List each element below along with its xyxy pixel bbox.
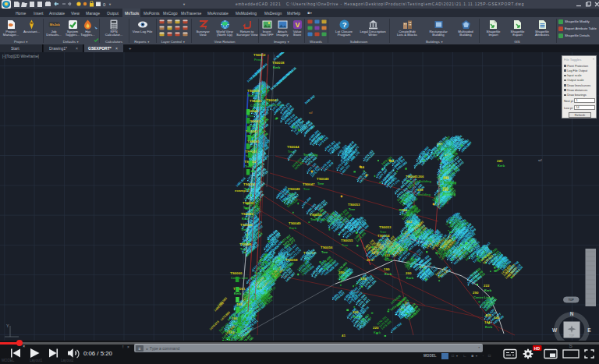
svg-text:Tree: Tree: [406, 179, 413, 183]
svg-text:183: 183: [232, 316, 238, 320]
svg-text:V: V: [295, 21, 300, 29]
svg-text:TS0049: TS0049: [239, 242, 252, 246]
svg-text:266: 266: [418, 175, 424, 178]
svg-text:Centre Line: Centre Line: [231, 276, 249, 280]
svg-text:Karb: Karb: [289, 226, 297, 230]
svg-text:TS0053: TS0053: [348, 203, 360, 207]
svg-text:250: 250: [442, 186, 448, 190]
svg-text:[-][Top][2D Wireframe]: [-][Top][2D Wireframe]: [2, 55, 39, 58]
svg-text:TOP: TOP: [569, 299, 575, 302]
svg-text:Kerb: Kerb: [484, 288, 492, 292]
svg-text:A30: A30: [485, 313, 492, 317]
svg-text:762: 762: [401, 208, 407, 212]
svg-text:Building: Building: [418, 193, 431, 196]
svg-text:256: 256: [443, 176, 449, 180]
svg-text:Kerb: Kerb: [353, 315, 361, 319]
svg-text:TS0050: TS0050: [240, 223, 253, 227]
svg-text:Karb: Karb: [374, 330, 381, 334]
svg-text:143: 143: [494, 316, 500, 320]
svg-text:TS0049: TS0049: [241, 212, 253, 216]
svg-text:N: N: [570, 311, 574, 316]
svg-text:Tree: Tree: [339, 275, 346, 279]
svg-text:Tree: Tree: [342, 243, 349, 247]
svg-text:Building: Building: [419, 179, 432, 183]
svg-text:188: 188: [236, 302, 243, 306]
svg-text:TS0055: TS0055: [341, 239, 353, 242]
svg-text:Tree: Tree: [244, 187, 251, 191]
svg-text:TS0051: TS0051: [243, 201, 255, 205]
svg-text:TOP: TOP: [569, 334, 575, 337]
svg-text:Kerb: Kerb: [385, 272, 392, 276]
svg-text:TS0047: TS0047: [303, 182, 315, 186]
svg-text:Fence: Fence: [402, 213, 411, 217]
svg-text:Centre Line: Centre Line: [232, 321, 250, 325]
svg-text:Kerb: Kerb: [273, 65, 281, 69]
svg-text:Kerb: Kerb: [498, 164, 505, 168]
svg-text:E: E: [587, 327, 591, 333]
svg-text:TS0050: TS0050: [243, 182, 256, 186]
svg-text:TS0038: TS0038: [272, 61, 285, 65]
svg-text:250: 250: [338, 270, 345, 274]
svg-text:Centre Line: Centre Line: [473, 295, 491, 299]
svg-text:TS0044: TS0044: [287, 145, 300, 149]
svg-text:TS0059: TS0059: [310, 213, 322, 217]
svg-text:TS0062: TS0062: [253, 53, 266, 57]
svg-text:241: 241: [497, 159, 503, 163]
svg-text:Karb: Karb: [242, 217, 250, 221]
svg-text:st!: st!: [309, 111, 313, 115]
svg-text:0: 0: [103, 2, 106, 7]
svg-text:Karb: Karb: [248, 94, 256, 97]
svg-text:Y: Y: [6, 323, 9, 328]
svg-text:Tree: Tree: [380, 230, 387, 234]
svg-text:TS0039: TS0039: [247, 89, 260, 93]
svg-text:Tree: Tree: [321, 250, 328, 254]
svg-text:TS0048: TS0048: [288, 187, 300, 191]
svg-text:W: W: [552, 327, 558, 333]
svg-text:41: 41: [342, 334, 346, 337]
svg-text:199: 199: [384, 267, 390, 271]
svg-text:TS0053: TS0053: [379, 225, 392, 229]
svg-text:222: 222: [484, 284, 490, 288]
svg-text:Kerb: Kerb: [229, 335, 237, 339]
svg-text:Building: Building: [444, 181, 457, 185]
svg-text:Tree: Tree: [349, 207, 356, 211]
svg-text:Kerb: Kerb: [485, 325, 493, 329]
svg-text:TS0049: TS0049: [289, 221, 301, 225]
svg-text:Tree: Tree: [243, 206, 250, 210]
svg-text:Tree: Tree: [289, 192, 296, 196]
svg-text:MsJob: MsJob: [49, 23, 59, 27]
svg-text:TS0060: TS0060: [230, 271, 243, 275]
svg-text:Karb: Karb: [406, 276, 414, 280]
svg-text:TS0056: TS0056: [321, 246, 333, 249]
svg-text:Tree: Tree: [317, 182, 324, 186]
svg-text:0:06 / 5:20: 0:06 / 5:20: [83, 350, 113, 357]
svg-text:200: 200: [406, 271, 412, 275]
svg-text:Tree: Tree: [303, 187, 310, 191]
svg-text:?: ?: [342, 20, 346, 29]
svg-text:209: 209: [353, 310, 359, 314]
svg-text:TrafficSig: TrafficSig: [310, 217, 325, 221]
svg-text:TS0061: TS0061: [233, 287, 246, 291]
svg-text:290: 290: [473, 291, 479, 295]
svg-text:220: 220: [373, 326, 379, 330]
svg-text:HD: HD: [534, 345, 541, 350]
svg-text:Building: Building: [443, 191, 456, 195]
svg-text:Tree: Tree: [241, 228, 248, 231]
svg-text:st!: st!: [538, 158, 542, 162]
svg-text:TS0045: TS0045: [406, 175, 418, 178]
svg-text:TS0048: TS0048: [317, 177, 329, 181]
svg-text:189: 189: [360, 277, 367, 281]
svg-text:268: 268: [417, 188, 424, 192]
svg-text:144: 144: [484, 320, 491, 324]
